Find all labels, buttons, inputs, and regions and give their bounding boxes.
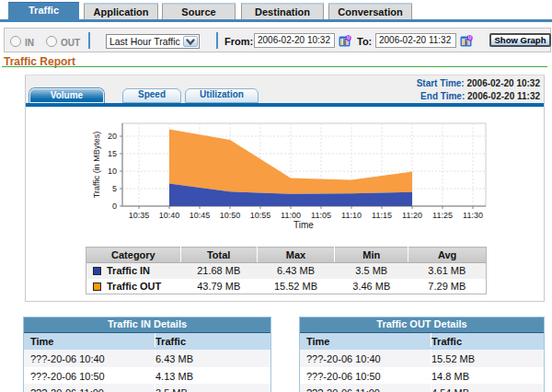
svg-text:5: 5 bbox=[112, 184, 117, 193]
svg-text:11:15: 11:15 bbox=[372, 211, 392, 220]
svg-text:10: 10 bbox=[108, 167, 117, 176]
svg-text:11:20: 11:20 bbox=[402, 211, 422, 220]
svg-text:10:55: 10:55 bbox=[250, 211, 271, 220]
svg-text:11:05: 11:05 bbox=[311, 211, 331, 220]
svg-text:11:25: 11:25 bbox=[432, 211, 453, 220]
svg-text:11:00: 11:00 bbox=[281, 211, 301, 220]
svg-text:15: 15 bbox=[108, 149, 117, 158]
svg-text:10:40: 10:40 bbox=[159, 211, 180, 220]
svg-text:10:50: 10:50 bbox=[220, 211, 241, 220]
svg-text:20: 20 bbox=[108, 132, 117, 141]
svg-text:10:35: 10:35 bbox=[129, 211, 150, 220]
svg-text:11:10: 11:10 bbox=[341, 211, 362, 220]
svg-text:Time: Time bbox=[293, 220, 314, 230]
svg-text:0: 0 bbox=[112, 202, 117, 211]
svg-text:11:30: 11:30 bbox=[463, 211, 483, 220]
svg-text:Traffic (in MBytes): Traffic (in MBytes) bbox=[92, 132, 101, 199]
svg-text:10:45: 10:45 bbox=[190, 211, 211, 220]
